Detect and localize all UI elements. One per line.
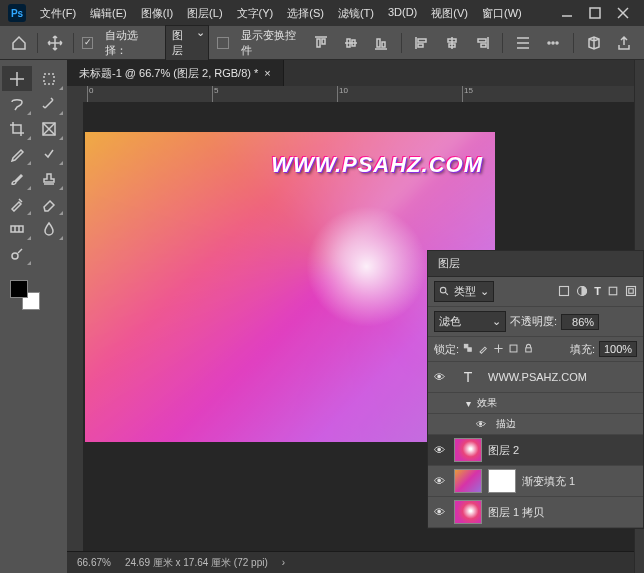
history-brush-tool[interactable] — [2, 191, 32, 216]
filter-pixel-icon[interactable] — [558, 285, 570, 299]
align-top-icon[interactable] — [311, 33, 331, 53]
menu-select[interactable]: 选择(S) — [281, 3, 330, 24]
healing-tool[interactable] — [34, 141, 64, 166]
eraser-tool[interactable] — [34, 191, 64, 216]
document-tab-title: 未标题-1 @ 66.7% (图层 2, RGB/8) * — [79, 66, 258, 81]
menu-filter[interactable]: 滤镜(T) — [332, 3, 380, 24]
ruler-vertical[interactable] — [67, 102, 83, 551]
move-tool[interactable] — [2, 66, 32, 91]
svg-rect-42 — [627, 286, 636, 295]
distribute-icon[interactable] — [513, 33, 533, 53]
gradient-tool[interactable] — [2, 216, 32, 241]
3d-mode-icon[interactable] — [584, 33, 604, 53]
collapse-icon[interactable]: ▾ — [466, 398, 471, 409]
crop-tool[interactable] — [2, 116, 32, 141]
layer-name[interactable]: 图层 2 — [488, 443, 519, 458]
align-vcenter-icon[interactable] — [341, 33, 361, 53]
stamp-tool[interactable] — [34, 166, 64, 191]
move-tool-icon[interactable] — [46, 33, 65, 53]
menu-3d[interactable]: 3D(D) — [382, 3, 423, 24]
close-tab-icon[interactable]: × — [264, 67, 270, 79]
home-icon[interactable] — [10, 33, 29, 53]
visibility-toggle[interactable]: 👁 — [476, 419, 490, 430]
eyedropper-tool[interactable] — [2, 141, 32, 166]
zoom-level[interactable]: 66.67% — [77, 557, 111, 568]
marquee-tool[interactable] — [34, 66, 64, 91]
lock-all-icon[interactable] — [523, 343, 534, 356]
window-controls — [554, 3, 636, 23]
opacity-input[interactable]: 86% — [561, 314, 599, 330]
more-icon[interactable] — [543, 33, 563, 53]
filter-adjustment-icon[interactable] — [576, 285, 588, 299]
main-menu: 文件(F) 编辑(E) 图像(I) 图层(L) 文字(Y) 选择(S) 滤镜(T… — [34, 3, 528, 24]
svg-rect-46 — [510, 345, 517, 352]
dodge-tool[interactable] — [2, 241, 32, 266]
minimize-button[interactable] — [554, 3, 580, 23]
align-bottom-icon[interactable] — [371, 33, 391, 53]
auto-select-checkbox[interactable] — [82, 37, 93, 49]
blend-mode-dropdown[interactable]: 滤色 ⌄ — [434, 311, 506, 332]
layer-item[interactable]: 👁 T WWW.PSAHZ.COM — [428, 362, 643, 393]
lock-position-icon[interactable] — [493, 343, 504, 356]
menu-window[interactable]: 窗口(W) — [476, 3, 528, 24]
layer-filter-dropdown[interactable]: 类型 ⌄ — [434, 281, 494, 302]
menu-type[interactable]: 文字(Y) — [231, 3, 280, 24]
menu-edit[interactable]: 编辑(E) — [84, 3, 133, 24]
visibility-toggle[interactable]: 👁 — [434, 371, 448, 383]
layer-name[interactable]: 渐变填充 1 — [522, 474, 575, 489]
lasso-tool[interactable] — [2, 91, 32, 116]
svg-rect-11 — [377, 39, 380, 47]
menu-view[interactable]: 视图(V) — [425, 3, 474, 24]
align-hcenter-icon[interactable] — [442, 33, 462, 53]
blur-tool[interactable] — [34, 216, 64, 241]
show-transform-checkbox[interactable] — [217, 37, 228, 49]
align-left-icon[interactable] — [412, 33, 432, 53]
layer-item[interactable]: 👁 图层 1 拷贝 — [428, 497, 643, 528]
svg-rect-15 — [418, 44, 423, 47]
effect-name: 描边 — [496, 417, 516, 431]
auto-select-target-dropdown[interactable]: 图层 — [165, 25, 210, 61]
close-button[interactable] — [610, 3, 636, 23]
layer-item[interactable]: 👁 图层 2 — [428, 435, 643, 466]
brush-tool[interactable] — [2, 166, 32, 191]
menu-image[interactable]: 图像(I) — [135, 3, 179, 24]
status-chevron-icon[interactable]: › — [282, 557, 285, 568]
ruler-horizontal[interactable]: 0 5 10 15 — [67, 86, 634, 102]
layer-mask-thumbnail[interactable] — [488, 469, 516, 493]
svg-rect-12 — [382, 42, 385, 47]
layer-thumbnail[interactable] — [454, 469, 482, 493]
lock-artboard-icon[interactable] — [508, 343, 519, 356]
align-right-icon[interactable] — [472, 33, 492, 53]
maximize-button[interactable] — [582, 3, 608, 23]
layer-thumbnail[interactable] — [454, 438, 482, 462]
visibility-toggle[interactable]: 👁 — [434, 506, 448, 518]
fill-input[interactable]: 100% — [599, 341, 637, 357]
frame-tool[interactable] — [34, 116, 64, 141]
filter-type-icon[interactable]: T — [594, 285, 601, 299]
visibility-toggle[interactable]: 👁 — [434, 475, 448, 487]
wand-tool[interactable] — [34, 91, 64, 116]
svg-line-36 — [18, 249, 22, 253]
filter-shape-icon[interactable] — [607, 285, 619, 299]
menu-file[interactable]: 文件(F) — [34, 3, 82, 24]
document-tab[interactable]: 未标题-1 @ 66.7% (图层 2, RGB/8) * × — [67, 60, 284, 86]
auto-select-label: 自动选择： — [105, 28, 157, 58]
layers-panel-tab[interactable]: 图层 — [428, 251, 643, 277]
app-logo: Ps — [8, 4, 26, 22]
svg-rect-6 — [322, 39, 325, 44]
menu-layer[interactable]: 图层(L) — [181, 3, 228, 24]
layer-effects[interactable]: ▾ 效果 — [428, 393, 643, 414]
share-icon[interactable] — [614, 33, 634, 53]
color-swatches[interactable] — [0, 276, 67, 316]
layer-thumbnail[interactable] — [454, 500, 482, 524]
layer-effect-stroke[interactable]: 👁 描边 — [428, 414, 643, 435]
layer-name[interactable]: 图层 1 拷贝 — [488, 505, 544, 520]
visibility-toggle[interactable]: 👁 — [434, 444, 448, 456]
lock-pixels-icon[interactable] — [478, 343, 489, 356]
filter-smart-icon[interactable] — [625, 285, 637, 299]
svg-rect-47 — [526, 347, 532, 351]
layer-name[interactable]: WWW.PSAHZ.COM — [488, 371, 587, 383]
lock-transparency-icon[interactable] — [463, 343, 474, 356]
layer-item[interactable]: 👁 渐变填充 1 — [428, 466, 643, 497]
foreground-color[interactable] — [10, 280, 28, 298]
